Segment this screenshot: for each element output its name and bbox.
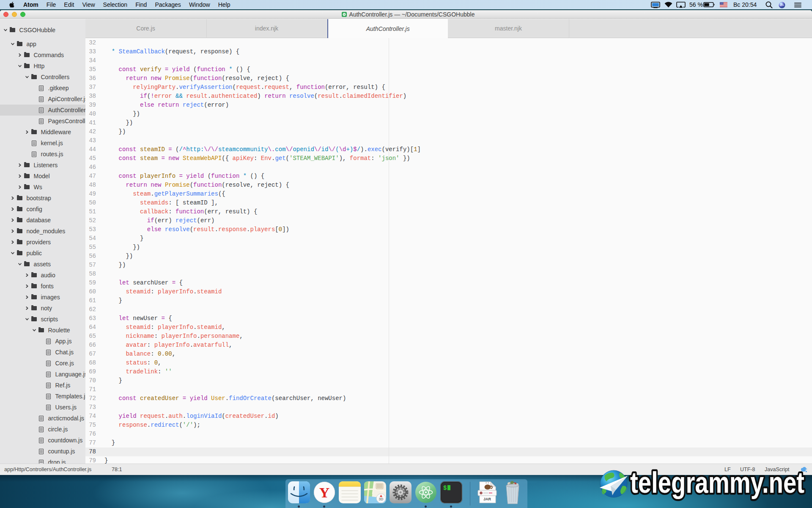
svg-text:3D: 3D [379,497,384,501]
svg-text:Y: Y [319,485,330,500]
svg-text:JAR: JAR [483,497,491,501]
svg-text:telegrammy.net: telegrammy.net [630,466,804,499]
svg-text:$: $ [443,485,447,491]
